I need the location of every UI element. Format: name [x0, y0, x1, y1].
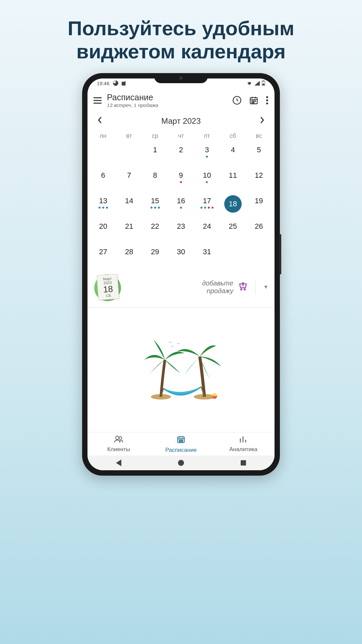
app-header: Расписание 13 встреч, 1 продажа: [87, 88, 275, 111]
tearoff-weekday: СБ: [106, 293, 111, 298]
cart-icon: [238, 281, 248, 293]
vacation-illustration: [137, 336, 225, 404]
calendar-cell[interactable]: 5: [246, 143, 272, 166]
svg-point-7: [255, 101, 256, 101]
calendar-cell[interactable]: 30: [168, 245, 194, 268]
nav-clients-label: Клиенты: [107, 446, 130, 453]
weekday: сб: [220, 132, 246, 140]
clients-icon: [114, 435, 123, 445]
nav-analytics-label: Аналитика: [229, 446, 257, 453]
calendar-cell[interactable]: 12: [246, 168, 272, 191]
next-month-button[interactable]: [258, 115, 266, 127]
calendar-cell[interactable]: 6: [90, 168, 116, 191]
phone-screen: 19:46 Расписание: [87, 78, 275, 470]
calendar-cell[interactable]: 7: [116, 168, 142, 191]
calendar-cell: [90, 143, 116, 166]
nav-schedule-label: Расписание: [165, 447, 197, 453]
calendar-cell[interactable]: 17: [194, 194, 220, 217]
battery-icon: [262, 80, 265, 86]
svg-point-26: [182, 441, 183, 442]
calendar-cell[interactable]: 18: [220, 194, 246, 217]
phone-frame: 19:46 Расписание: [82, 73, 280, 476]
calendar-cell[interactable]: 1: [142, 143, 168, 166]
divider: [255, 280, 256, 294]
selected-day-widget[interactable]: Март 2023 18 СБ: [94, 272, 122, 303]
phone-side-button: [279, 234, 281, 274]
calendar-cell[interactable]: 4: [220, 143, 246, 166]
calendar-cell[interactable]: 16: [168, 194, 194, 217]
svg-point-18: [116, 436, 119, 439]
calendar-cell[interactable]: 15: [142, 194, 168, 217]
calendar-cell[interactable]: 8: [142, 168, 168, 191]
svg-point-23: [182, 440, 183, 440]
add-sale-label2: продажу: [202, 287, 233, 295]
calendar-cell: [220, 245, 246, 268]
data-usage-icon: [113, 80, 118, 86]
calendar-cell[interactable]: 24: [194, 219, 220, 242]
calendar-cell[interactable]: 28: [116, 245, 142, 268]
nav-schedule[interactable]: Расписание: [150, 432, 212, 455]
calendar-cell[interactable]: 19: [246, 194, 272, 217]
weekday: ср: [142, 132, 168, 140]
calendar-cell[interactable]: 10: [194, 168, 220, 191]
sys-back-button[interactable]: [116, 460, 121, 466]
system-navigation: [87, 455, 275, 470]
bottom-navigation: Клиенты Расписание Аналитика: [87, 432, 275, 455]
calendar-cell[interactable]: 3: [194, 143, 220, 166]
calendar-cell[interactable]: 26: [246, 219, 272, 242]
phone-notch: [154, 73, 208, 83]
calendar-cell[interactable]: 25: [220, 219, 246, 242]
promo-line1: Пользуйтесь удобным: [13, 17, 349, 40]
calendar-cell[interactable]: 11: [220, 168, 246, 191]
svg-point-19: [119, 437, 122, 439]
calendar-cell[interactable]: 14: [116, 194, 142, 217]
weekday: пн: [90, 132, 116, 140]
sys-recent-button[interactable]: [241, 460, 246, 466]
svg-point-14: [244, 288, 245, 290]
calendar-cell[interactable]: 21: [116, 219, 142, 242]
analytics-icon: [239, 435, 248, 445]
svg-rect-2: [262, 84, 264, 85]
dropdown-caret[interactable]: ▼: [263, 284, 268, 290]
header-actions: [232, 96, 268, 105]
svg-point-13: [241, 288, 242, 290]
calendar-cell: [246, 245, 272, 268]
weekday-header: пн вт ср чт пт сб вс: [87, 129, 275, 142]
prev-month-button[interactable]: [96, 115, 104, 127]
svg-point-5: [252, 101, 252, 101]
svg-point-21: [179, 440, 180, 440]
svg-point-9: [253, 102, 254, 103]
promo-heading: Пользуйтесь удобным виджетом календаря: [0, 0, 362, 73]
sd-card-icon: [122, 81, 126, 86]
calendar-cell[interactable]: 13: [90, 194, 116, 217]
status-right: [246, 80, 265, 86]
month-label: Март 2023: [161, 116, 200, 126]
signal-icon: [254, 81, 260, 86]
more-button[interactable]: [266, 96, 268, 105]
calendar-cell[interactable]: 2: [168, 143, 194, 166]
svg-point-22: [181, 440, 181, 440]
svg-point-6: [253, 101, 254, 101]
nav-analytics[interactable]: Аналитика: [212, 432, 275, 455]
calendar-cell[interactable]: 20: [90, 219, 116, 242]
calendar-cell[interactable]: 27: [90, 245, 116, 268]
nav-clients[interactable]: Клиенты: [87, 432, 150, 455]
status-left: 19:46: [97, 80, 126, 86]
calendar-cell[interactable]: 29: [142, 245, 168, 268]
add-sale-button[interactable]: добавьте продажу: [202, 279, 248, 295]
calendar-cell[interactable]: 9: [168, 168, 194, 191]
calendar-cell[interactable]: 23: [168, 219, 194, 242]
clock-button[interactable]: [232, 96, 242, 105]
menu-button[interactable]: [94, 97, 102, 104]
svg-point-12: [266, 102, 268, 104]
calendar-cell[interactable]: 31: [194, 245, 220, 268]
calendar-cell[interactable]: 22: [142, 219, 168, 242]
promo-line2: виджетом календаря: [13, 40, 349, 63]
svg-point-25: [181, 441, 181, 442]
page-title: Расписание: [107, 93, 227, 102]
svg-point-24: [179, 441, 180, 442]
month-navigation: Март 2023: [87, 111, 275, 129]
weekday: вс: [246, 132, 272, 140]
calendar-button[interactable]: [249, 96, 258, 105]
sys-home-button[interactable]: [178, 460, 184, 466]
